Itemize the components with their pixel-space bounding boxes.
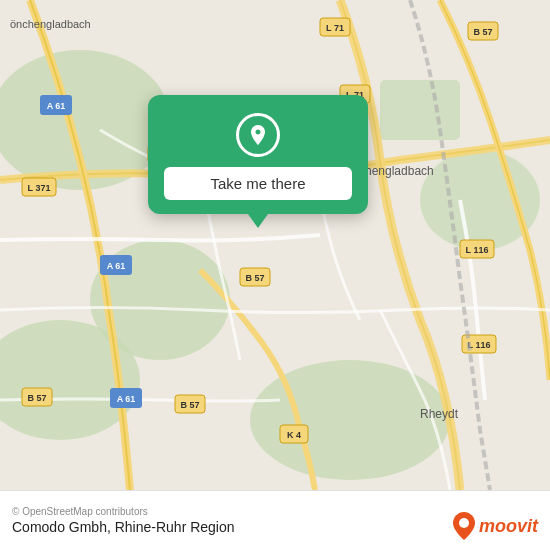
pin-svg — [246, 123, 270, 147]
svg-text:önchengladbach: önchengladbach — [10, 18, 91, 30]
take-me-there-button[interactable]: Take me there — [164, 167, 352, 200]
moovit-logo: moovit — [453, 512, 538, 540]
map-view: A 61 A 61 A 61 B 57 B 57 B 57 L 71 L 71 … — [0, 0, 550, 490]
svg-text:A 61: A 61 — [47, 101, 66, 111]
map-pin-icon — [236, 113, 280, 157]
svg-text:A 61: A 61 — [107, 261, 126, 271]
svg-rect-6 — [380, 80, 460, 140]
svg-text:hengladbach: hengladbach — [365, 164, 434, 178]
svg-text:L 371: L 371 — [28, 183, 51, 193]
svg-point-38 — [459, 518, 469, 528]
moovit-pin-icon — [453, 512, 475, 540]
svg-point-5 — [420, 150, 540, 250]
svg-text:A 61: A 61 — [117, 394, 136, 404]
location-popup: Take me there — [148, 95, 368, 214]
svg-text:L 116: L 116 — [466, 245, 489, 255]
svg-text:Rheydt: Rheydt — [420, 407, 459, 421]
svg-text:B 57: B 57 — [180, 400, 199, 410]
svg-text:B 57: B 57 — [27, 393, 46, 403]
footer-bar: © OpenStreetMap contributors Comodo Gmbh… — [0, 490, 550, 550]
moovit-brand-text: moovit — [479, 516, 538, 537]
svg-text:B 57: B 57 — [473, 27, 492, 37]
svg-text:B 57: B 57 — [245, 273, 264, 283]
svg-text:K 4: K 4 — [287, 430, 301, 440]
svg-text:L 71: L 71 — [326, 23, 344, 33]
